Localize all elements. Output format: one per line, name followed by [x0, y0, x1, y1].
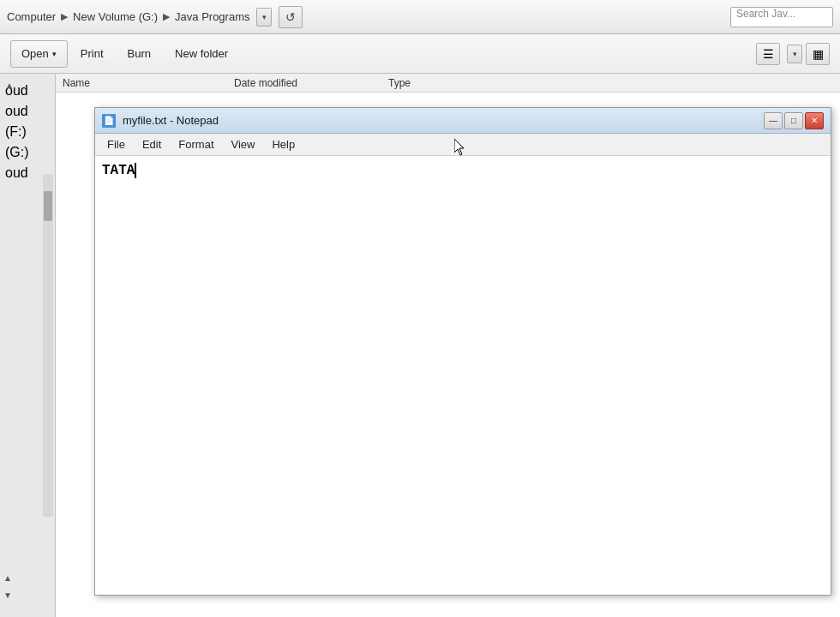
- breadcrumb-arrow-1: ▶: [61, 11, 68, 22]
- text-cursor: [135, 163, 136, 178]
- menu-view-label: View: [231, 138, 255, 151]
- new-folder-button[interactable]: New folder: [164, 40, 239, 68]
- notepad-app-icon: 📄: [102, 114, 116, 128]
- explorer-sidebar: ▲ oud oud (F:) (G:) oud ▲ ▼: [0, 74, 56, 617]
- breadcrumb-folder[interactable]: Java Programs: [175, 10, 249, 23]
- print-button[interactable]: Print: [69, 40, 115, 68]
- close-button[interactable]: ✕: [805, 112, 824, 129]
- menu-help-label: Help: [272, 138, 295, 151]
- menu-format[interactable]: Format: [170, 135, 222, 153]
- window-controls: — □ ✕: [764, 112, 824, 129]
- notepad-titlebar: 📄 myfile.txt - Notepad — □ ✕: [95, 108, 831, 134]
- explorer-toolbar: Open ▾ Print Burn New folder ☰ ▾ ▦: [0, 34, 840, 74]
- maximize-button[interactable]: □: [784, 112, 803, 129]
- open-label: Open: [21, 47, 49, 60]
- menu-file-label: File: [107, 138, 125, 151]
- burn-label: Burn: [128, 47, 151, 60]
- sidebar-scroll-down[interactable]: ▼: [3, 590, 12, 600]
- notepad-icon-symbol: 📄: [104, 116, 114, 125]
- col-type: Type: [388, 77, 411, 89]
- notepad-text-content: TATA: [102, 163, 135, 178]
- menu-file[interactable]: File: [99, 135, 134, 153]
- open-dropdown-icon[interactable]: ▾: [52, 50, 57, 58]
- sidebar-item-label: oud: [5, 104, 28, 118]
- col-name: Name: [63, 77, 234, 89]
- print-label: Print: [81, 47, 104, 60]
- sidebar-item-label: (F:): [5, 124, 27, 139]
- search-placeholder: Search Jav...: [736, 8, 795, 20]
- notepad-menubar: File Edit Format View Help: [95, 134, 831, 156]
- view-dropdown-btn[interactable]: ▾: [787, 45, 802, 63]
- sidebar-scrollbar-track: [43, 174, 53, 517]
- minimize-button[interactable]: —: [764, 112, 783, 129]
- refresh-button[interactable]: ↺: [279, 6, 303, 28]
- sidebar-item-f[interactable]: (F:): [0, 122, 55, 142]
- sidebar-item-oud2[interactable]: oud: [0, 101, 55, 122]
- menu-view[interactable]: View: [223, 135, 264, 153]
- view-toggle-btn[interactable]: ☰: [756, 43, 780, 65]
- search-box[interactable]: Search Jav...: [730, 7, 833, 27]
- menu-edit-label: Edit: [142, 138, 161, 151]
- sidebar-scrollbar-thumb[interactable]: [44, 191, 52, 221]
- burn-button[interactable]: Burn: [117, 40, 162, 68]
- col-date: Date modified: [234, 77, 388, 89]
- notepad-text-area[interactable]: TATA: [95, 156, 831, 595]
- breadcrumb-computer[interactable]: Computer: [7, 10, 56, 23]
- sidebar-item-g[interactable]: (G:): [0, 142, 55, 163]
- breadcrumb-volume[interactable]: New Volume (G:): [73, 10, 158, 23]
- menu-help[interactable]: Help: [263, 135, 303, 153]
- maximize-icon: □: [791, 116, 796, 125]
- address-dropdown-btn[interactable]: ▾: [256, 8, 272, 27]
- breadcrumb-arrow-2: ▶: [163, 11, 170, 22]
- close-icon: ✕: [811, 116, 818, 125]
- toolbar-right: ☰ ▾ ▦: [756, 43, 830, 65]
- open-button[interactable]: Open ▾: [10, 40, 68, 68]
- sidebar-item-label: (G:): [5, 145, 29, 159]
- notepad-title: myfile.txt - Notepad: [123, 114, 757, 127]
- minimize-icon: —: [769, 116, 777, 125]
- notepad-window: 📄 myfile.txt - Notepad — □ ✕ File Edit F…: [94, 107, 831, 596]
- menu-format-label: Format: [178, 138, 213, 151]
- view-panel-btn[interactable]: ▦: [806, 43, 830, 65]
- column-headers: Name Date modified Type: [56, 74, 840, 93]
- menu-edit[interactable]: Edit: [134, 135, 170, 153]
- new-folder-label: New folder: [175, 47, 228, 60]
- sidebar-scroll-up[interactable]: ▲: [3, 573, 12, 583]
- sidebar-item-label: oud: [5, 165, 28, 180]
- address-bar: Computer ▶ New Volume (G:) ▶ Java Progra…: [0, 0, 840, 34]
